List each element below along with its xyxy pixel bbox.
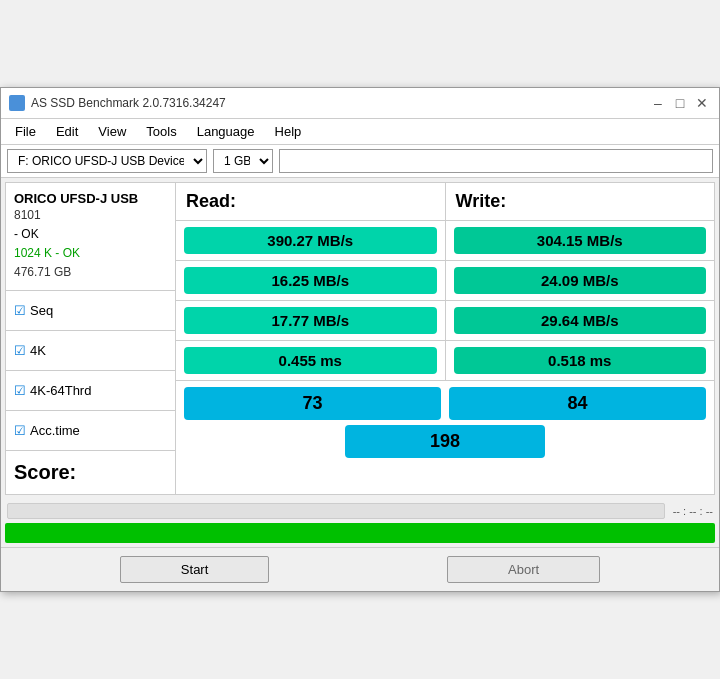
bench-row-4k64: 17.77 MB/s 29.64 MB/s: [176, 301, 714, 341]
check-4k64: ☑: [14, 383, 26, 398]
4k64-write-value: 29.64 MB/s: [454, 307, 707, 334]
4k-read-cell: 16.25 MB/s: [176, 261, 446, 300]
toolbar: F: ORICO UFSD-J USB Device 1 GB 2 GB 4 G…: [1, 145, 719, 178]
app-window: AS SSD Benchmark 2.0.7316.34247 – □ ✕ Fi…: [0, 87, 720, 593]
label-4k64: 4K-64Thrd: [30, 383, 91, 398]
check-4k: ☑: [14, 343, 26, 358]
score-label: Score:: [6, 450, 176, 494]
progress-bar-bg: [7, 503, 665, 519]
close-button[interactable]: ✕: [693, 94, 711, 112]
header-write: Write:: [446, 183, 715, 220]
score-read: 73: [184, 387, 441, 420]
drive-select[interactable]: F: ORICO UFSD-J USB Device: [7, 149, 207, 173]
score-total: 198: [345, 425, 545, 458]
score-write: 84: [449, 387, 706, 420]
label-seq: Seq: [30, 303, 53, 318]
seq-write-value: 304.15 MB/s: [454, 227, 707, 254]
bench-row-acctime: 0.455 ms 0.518 ms: [176, 341, 714, 381]
seq-read-value: 390.27 MB/s: [184, 227, 437, 254]
right-benchmark: Read: Write: 390.27 MB/s 304.15 MB/s 16.…: [176, 183, 714, 495]
4k64-read-cell: 17.77 MB/s: [176, 301, 446, 340]
left-side: ORICO UFSD-J USB 8101 - OK 1024 K - OK 4…: [6, 183, 176, 495]
size-select[interactable]: 1 GB 2 GB 4 GB: [213, 149, 273, 173]
row-label-seq: ☑ Seq: [6, 290, 176, 330]
green-status-bar: [5, 523, 715, 543]
row-label-4k: ☑ 4K: [6, 330, 176, 370]
window-title: AS SSD Benchmark 2.0.7316.34247: [31, 96, 226, 110]
menu-file[interactable]: File: [5, 121, 46, 142]
menu-bar: File Edit View Tools Language Help: [1, 119, 719, 145]
drive-info-panel: ORICO UFSD-J USB 8101 - OK 1024 K - OK 4…: [6, 183, 176, 291]
acctime-read-cell: 0.455 ms: [176, 341, 446, 380]
benchmark-table: ORICO UFSD-J USB 8101 - OK 1024 K - OK 4…: [5, 182, 715, 496]
menu-language[interactable]: Language: [187, 121, 265, 142]
check-acctime: ☑: [14, 423, 26, 438]
app-icon: [9, 95, 25, 111]
result-name-input[interactable]: [279, 149, 713, 173]
main-area: ORICO UFSD-J USB 8101 - OK 1024 K - OK 4…: [1, 182, 719, 544]
check-seq: ☑: [14, 303, 26, 318]
label-4k: 4K: [30, 343, 46, 358]
seq-write-cell: 304.15 MB/s: [446, 221, 715, 260]
4k-write-value: 24.09 MB/s: [454, 267, 707, 294]
menu-tools[interactable]: Tools: [136, 121, 186, 142]
bench-row-4k: 16.25 MB/s 24.09 MB/s: [176, 261, 714, 301]
4k-write-cell: 24.09 MB/s: [446, 261, 715, 300]
row-label-acctime: ☑ Acc.time: [6, 410, 176, 450]
score-total-row: 198: [184, 425, 706, 458]
header-read: Read:: [176, 183, 446, 220]
menu-edit[interactable]: Edit: [46, 121, 88, 142]
4k-read-value: 16.25 MB/s: [184, 267, 437, 294]
bench-row-seq: 390.27 MB/s 304.15 MB/s: [176, 221, 714, 261]
drive-size: 476.71 GB: [14, 263, 167, 282]
row-label-4k64: ☑ 4K-64Thrd: [6, 370, 176, 410]
progress-time: -- : -- : --: [673, 505, 713, 517]
label-acctime: Acc.time: [30, 423, 80, 438]
start-button[interactable]: Start: [120, 556, 269, 583]
drive-name: ORICO UFSD-J USB: [14, 191, 167, 206]
title-bar-left: AS SSD Benchmark 2.0.7316.34247: [9, 95, 226, 111]
bench-header: Read: Write:: [176, 183, 714, 221]
acctime-write-cell: 0.518 ms: [446, 341, 715, 380]
abort-button[interactable]: Abort: [447, 556, 600, 583]
score-top-row: 73 84: [184, 387, 706, 420]
minimize-button[interactable]: –: [649, 94, 667, 112]
menu-view[interactable]: View: [88, 121, 136, 142]
score-area: 73 84 198: [176, 381, 714, 464]
acctime-read-value: 0.455 ms: [184, 347, 437, 374]
progress-bar-row: -- : -- : --: [1, 499, 719, 523]
bottom-buttons: Start Abort: [1, 547, 719, 591]
seq-read-cell: 390.27 MB/s: [176, 221, 446, 260]
acctime-write-value: 0.518 ms: [454, 347, 707, 374]
drive-status2: 1024 K - OK: [14, 244, 167, 263]
4k64-read-value: 17.77 MB/s: [184, 307, 437, 334]
menu-help[interactable]: Help: [265, 121, 312, 142]
drive-code: 8101: [14, 206, 167, 225]
4k64-write-cell: 29.64 MB/s: [446, 301, 715, 340]
drive-status1: - OK: [14, 225, 167, 244]
maximize-button[interactable]: □: [671, 94, 689, 112]
title-bar: AS SSD Benchmark 2.0.7316.34247 – □ ✕: [1, 88, 719, 119]
title-bar-controls: – □ ✕: [649, 94, 711, 112]
